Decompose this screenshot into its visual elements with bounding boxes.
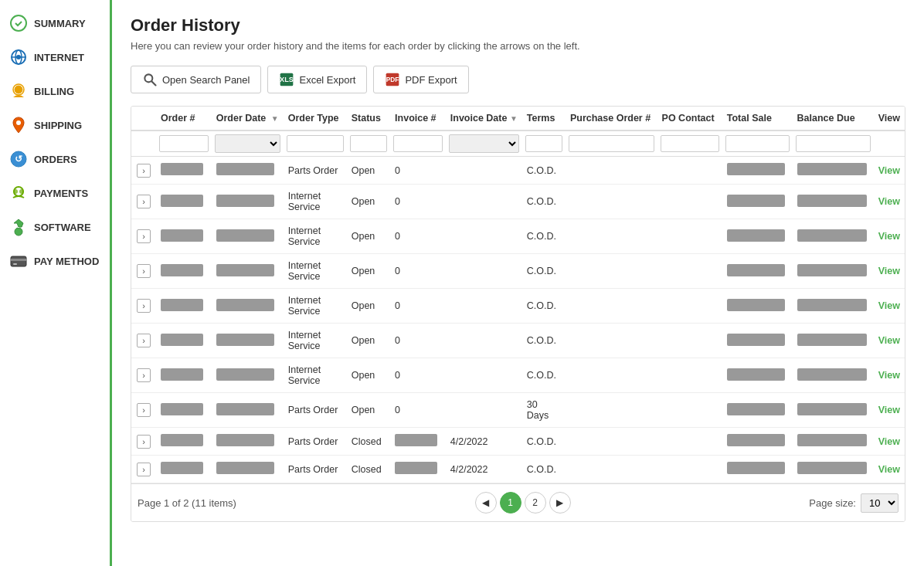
sidebar-item-internet[interactable]: INTERNET xyxy=(0,40,110,74)
col-status: Status xyxy=(347,107,390,130)
pdf-export-button[interactable]: PDF PDF Export xyxy=(373,66,468,93)
svg-text:PDF: PDF xyxy=(386,76,399,83)
sidebar-item-payments[interactable]: PAYMENTS xyxy=(0,176,110,210)
view-link[interactable]: View xyxy=(878,300,900,311)
expand-button[interactable]: › xyxy=(137,264,151,278)
sidebar-item-software[interactable]: SOFTWARE xyxy=(0,210,110,244)
expand-button[interactable]: › xyxy=(137,435,151,449)
pagination-info: Page 1 of 2 (11 items) xyxy=(138,497,236,509)
filter-order-type-input[interactable] xyxy=(287,135,344,152)
expand-button[interactable]: › xyxy=(137,299,151,313)
cell-order-date xyxy=(212,157,284,185)
pagination-page-2[interactable]: 2 xyxy=(525,492,546,513)
cell-order-type: Internet Service xyxy=(284,185,347,219)
cell-balance-due xyxy=(793,358,874,393)
sidebar-item-label: PAYMENTS xyxy=(34,188,88,199)
view-link[interactable]: View xyxy=(878,165,900,176)
cell-view: View xyxy=(874,324,905,358)
table-body: ›Parts OrderOpen0C.O.D.View›Internet Ser… xyxy=(131,157,905,483)
cell-terms: C.O.D. xyxy=(522,456,566,483)
table-row: ›Internet ServiceOpen0C.O.D.View xyxy=(131,324,905,358)
col-order-num: Order # xyxy=(156,107,212,130)
filter-order-date-select[interactable] xyxy=(215,134,280,153)
sidebar-item-orders[interactable]: ↺ ORDERS xyxy=(0,142,110,176)
page-size-label: Page size: xyxy=(809,497,856,509)
cell-po-num xyxy=(566,157,657,185)
cell-status: Open xyxy=(347,254,390,289)
expand-button[interactable]: › xyxy=(137,195,151,208)
order-table: Order # Order Date ▼ Order Type Status I… xyxy=(131,107,905,483)
sidebar-item-billing[interactable]: BILLING xyxy=(0,74,110,108)
filter-status-input[interactable] xyxy=(350,135,387,152)
cell-po-num xyxy=(566,428,657,456)
expand-button[interactable]: › xyxy=(137,229,151,243)
pagination-prev[interactable]: ◀ xyxy=(475,492,497,513)
filter-order-num-input[interactable] xyxy=(159,135,209,152)
cell-view: View xyxy=(874,358,905,393)
view-link[interactable]: View xyxy=(878,405,900,415)
sidebar-item-summary[interactable]: SUMMARY xyxy=(0,6,110,40)
cell-po-contact xyxy=(657,157,722,185)
cell-order-num xyxy=(156,428,212,456)
cell-invoice-num: 0 xyxy=(390,219,446,254)
cell-order-num xyxy=(156,289,212,324)
sidebar-item-paymethod[interactable]: PAY METHOD xyxy=(0,244,110,278)
expand-button[interactable]: › xyxy=(137,463,151,476)
cell-order-type: Parts Order xyxy=(284,393,347,428)
view-link[interactable]: View xyxy=(878,370,900,381)
search-panel-button[interactable]: Open Search Panel xyxy=(131,66,261,93)
cell-invoice-date xyxy=(446,219,522,254)
cell-status: Open xyxy=(347,157,390,185)
sort-icon: ▼ xyxy=(271,114,279,123)
pagination-page-1[interactable]: 1 xyxy=(500,492,521,513)
expand-button[interactable]: › xyxy=(137,164,151,178)
view-link[interactable]: View xyxy=(878,196,900,207)
cell-order-type: Internet Service xyxy=(284,219,347,254)
cell-status: Open xyxy=(347,219,390,254)
filter-expand xyxy=(131,130,156,157)
filter-po-num-input[interactable] xyxy=(569,135,654,152)
view-link[interactable]: View xyxy=(878,231,900,242)
svg-point-0 xyxy=(11,15,26,31)
filter-invoice-date-select[interactable] xyxy=(449,134,519,153)
cell-order-date xyxy=(212,324,284,358)
cell-order-type: Internet Service xyxy=(284,358,347,393)
filter-po-num xyxy=(566,130,657,157)
table-row: ›Internet ServiceOpen0C.O.D.View xyxy=(131,185,905,219)
col-order-date[interactable]: Order Date ▼ xyxy=(212,107,284,130)
cell-po-num xyxy=(566,289,657,324)
filter-terms-input[interactable] xyxy=(525,135,562,152)
cell-order-date xyxy=(212,185,284,219)
cell-order-date xyxy=(212,428,284,456)
table-row: ›Parts OrderOpen0C.O.D.View xyxy=(131,157,905,185)
page-size-select[interactable]: 10 25 50 xyxy=(861,493,899,513)
view-link[interactable]: View xyxy=(878,464,900,475)
filter-balance-input[interactable] xyxy=(796,135,871,152)
view-link[interactable]: View xyxy=(878,335,900,346)
cell-order-num xyxy=(156,254,212,289)
cell-invoice-date xyxy=(446,254,522,289)
view-link[interactable]: View xyxy=(878,436,900,447)
cell-terms: C.O.D. xyxy=(522,358,566,393)
pagination-next[interactable]: ▶ xyxy=(549,492,571,513)
col-total-sale: Total Sale xyxy=(722,107,793,130)
filter-invoice-num-input[interactable] xyxy=(393,135,443,152)
view-link[interactable]: View xyxy=(878,266,900,276)
cell-invoice-num: 0 xyxy=(390,289,446,324)
expand-button[interactable]: › xyxy=(137,403,151,417)
excel-export-button[interactable]: XLS Excel Export xyxy=(267,66,367,93)
sidebar-item-shipping[interactable]: SHIPPING xyxy=(0,108,110,142)
cell-po-num xyxy=(566,456,657,483)
filter-po-contact-input[interactable] xyxy=(661,135,719,152)
expand-button[interactable]: › xyxy=(137,368,151,382)
cell-terms: C.O.D. xyxy=(522,254,566,289)
filter-balance xyxy=(793,130,874,157)
col-view: View xyxy=(874,107,905,130)
table-row: ›Parts OrderClosed4/2/2022C.O.D.View xyxy=(131,456,905,483)
filter-order-date xyxy=(212,130,284,157)
cell-invoice-date xyxy=(446,393,522,428)
cell-balance-due xyxy=(793,185,874,219)
page-title: Order History xyxy=(131,15,905,36)
filter-total-input[interactable] xyxy=(725,135,790,152)
expand-button[interactable]: › xyxy=(137,334,151,347)
